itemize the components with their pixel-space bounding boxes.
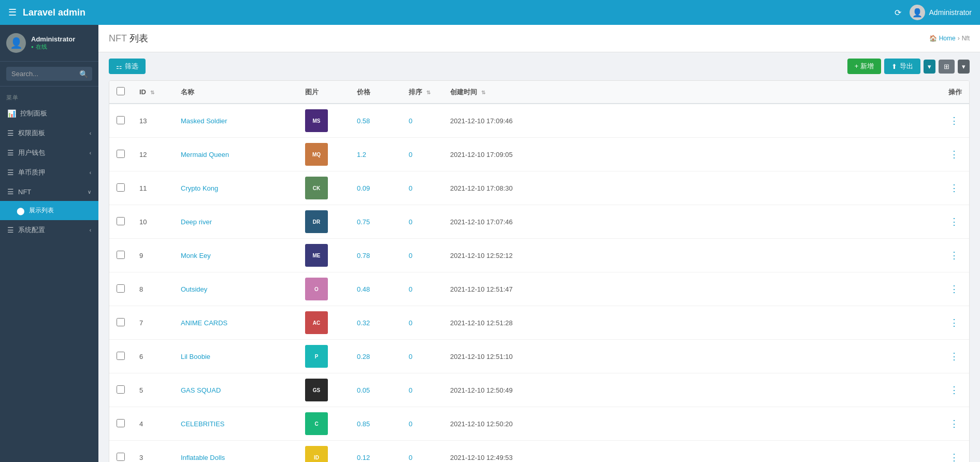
row-name-link[interactable]: CELEBRITIES	[181, 420, 225, 428]
table-row: 6 Lil Boobie P 0.28 0 2021-12-10 12:51:1…	[109, 340, 969, 373]
row-checkbox-cell	[109, 272, 132, 306]
row-action-menu-button[interactable]: ⋮	[946, 417, 962, 430]
row-image: MS	[298, 104, 350, 138]
row-actions: ⋮	[546, 272, 969, 306]
chevron-nft: ∨	[88, 189, 91, 195]
row-order-link[interactable]: 0	[409, 151, 412, 158]
top-nav: ☰ Laravel admin ⟳ 👤 Administrator	[0, 0, 980, 25]
row-name-link[interactable]: Deep river	[181, 218, 212, 226]
refresh-icon[interactable]: ⟳	[895, 8, 901, 18]
row-action-menu-button[interactable]: ⋮	[946, 215, 962, 228]
row-action-menu-button[interactable]: ⋮	[946, 350, 962, 363]
sidebar-item-permissions[interactable]: ☰ 权限面板 ‹	[0, 123, 98, 143]
export-dropdown-button[interactable]: ▾	[924, 60, 935, 74]
row-name-link[interactable]: Inflatable Dolls	[181, 454, 225, 461]
row-order-link[interactable]: 0	[409, 319, 412, 327]
row-name: GAS SQUAD	[174, 373, 298, 407]
table-row: 13 Masked Soldier MS 0.58 0 2021-12-10 1…	[109, 104, 969, 138]
row-name-link[interactable]: Monk Eey	[181, 252, 211, 259]
row-name-link[interactable]: Outsidey	[181, 285, 207, 293]
sidebar-item-dashboard[interactable]: 📊 控制面板	[0, 104, 98, 123]
row-order-link[interactable]: 0	[409, 353, 412, 360]
sidebar-item-nft[interactable]: ☰ NFT ∨	[0, 182, 98, 201]
row-checkbox[interactable]	[117, 183, 125, 192]
row-checkbox[interactable]	[117, 116, 125, 124]
sort-time-icon[interactable]: ⇅	[481, 90, 485, 95]
row-action-menu-button[interactable]: ⋮	[946, 451, 962, 462]
row-price-link[interactable]: 0.09	[357, 184, 370, 192]
row-price-link[interactable]: 0.28	[357, 353, 370, 360]
row-checkbox-cell	[109, 205, 132, 239]
admin-info[interactable]: 👤 Administrator	[910, 5, 972, 20]
row-name-link[interactable]: GAS SQUAD	[181, 386, 221, 394]
hamburger-menu[interactable]: ☰	[8, 7, 17, 18]
row-price-link[interactable]: 0.85	[357, 420, 370, 428]
row-action-menu-button[interactable]: ⋮	[946, 383, 962, 397]
row-name: Masked Soldier	[174, 104, 298, 138]
row-action-menu-button[interactable]: ⋮	[946, 249, 962, 262]
sidebar-item-staking[interactable]: ☰ 单币质押 ‹	[0, 163, 98, 182]
row-checkbox[interactable]	[117, 150, 125, 158]
row-checkbox-cell	[109, 441, 132, 463]
sidebar-item-sysconfig[interactable]: ☰ 系统配置 ‹	[0, 220, 98, 240]
row-checkbox[interactable]	[117, 453, 125, 461]
row-order: 0	[401, 306, 443, 340]
row-checkbox[interactable]	[117, 318, 125, 326]
row-checkbox[interactable]	[117, 352, 125, 360]
row-order-link[interactable]: 0	[409, 252, 412, 259]
row-name-link[interactable]: Mermaid Queen	[181, 151, 229, 158]
row-price-link[interactable]: 0.58	[357, 117, 370, 125]
row-order-link[interactable]: 0	[409, 184, 412, 192]
row-action-menu-button[interactable]: ⋮	[946, 316, 962, 329]
row-order-link[interactable]: 0	[409, 117, 412, 125]
row-checkbox[interactable]	[117, 251, 125, 259]
row-checkbox[interactable]	[117, 284, 125, 293]
row-price-link[interactable]: 0.75	[357, 218, 370, 226]
brand-title: Laravel admin	[23, 7, 895, 18]
row-action-menu-button[interactable]: ⋮	[946, 181, 962, 195]
columns-button[interactable]: ⊞	[939, 60, 955, 74]
sort-order-icon[interactable]: ⇅	[426, 90, 430, 95]
row-checkbox[interactable]	[117, 217, 125, 225]
row-order-link[interactable]: 0	[409, 420, 412, 428]
breadcrumb-separator: ›	[958, 35, 960, 42]
select-all-checkbox[interactable]	[117, 87, 125, 95]
sort-id-icon[interactable]: ⇅	[150, 90, 154, 95]
row-action-menu-button[interactable]: ⋮	[946, 282, 962, 296]
row-actions: ⋮	[546, 407, 969, 441]
row-price-link[interactable]: 0.32	[357, 319, 370, 327]
row-id: 11	[132, 171, 174, 205]
row-price-link[interactable]: 0.05	[357, 386, 370, 394]
row-price-link[interactable]: 0.48	[357, 285, 370, 293]
row-order-link[interactable]: 0	[409, 218, 412, 226]
filter-button[interactable]: ⚏ 筛选	[109, 59, 146, 74]
columns-icon: ⊞	[944, 63, 949, 70]
row-name-link[interactable]: Masked Soldier	[181, 117, 227, 125]
row-name-link[interactable]: ANIME CARDS	[181, 319, 227, 327]
columns-dropdown-button[interactable]: ▾	[958, 60, 970, 74]
row-price-link[interactable]: 0.12	[357, 454, 370, 461]
row-checkbox[interactable]	[117, 385, 125, 394]
chevron-permissions: ‹	[90, 131, 91, 136]
row-action-menu-button[interactable]: ⋮	[946, 148, 962, 161]
row-action-menu-button[interactable]: ⋮	[946, 114, 962, 127]
row-price-link[interactable]: 0.78	[357, 252, 370, 259]
row-checkbox[interactable]	[117, 419, 125, 427]
row-order-link[interactable]: 0	[409, 285, 412, 293]
row-order: 0	[401, 340, 443, 373]
row-price-link[interactable]: 1.2	[357, 151, 366, 158]
row-checkbox-cell	[109, 306, 132, 340]
add-button[interactable]: + 新增	[847, 59, 881, 74]
row-name-link[interactable]: Crypto Kong	[181, 184, 218, 192]
row-order-link[interactable]: 0	[409, 454, 412, 461]
toolbar-left: ⚏ 筛选	[109, 59, 146, 74]
export-button[interactable]: ⬆ 导出	[884, 59, 920, 74]
breadcrumb-home[interactable]: Home	[939, 35, 956, 42]
row-name-link[interactable]: Lil Boobie	[181, 353, 210, 360]
row-checkbox-cell	[109, 407, 132, 441]
sidebar-item-showcase[interactable]: ⬤ 展示列表	[0, 201, 98, 220]
sidebar-item-wallet[interactable]: ☰ 用户钱包 ‹	[0, 143, 98, 163]
nft-table-container: ID ⇅ 名称 图片 价格 排序 ⇅ 创建时间 ⇅	[109, 80, 970, 462]
row-order-link[interactable]: 0	[409, 386, 412, 394]
th-created-at: 创建时间 ⇅	[443, 81, 546, 104]
